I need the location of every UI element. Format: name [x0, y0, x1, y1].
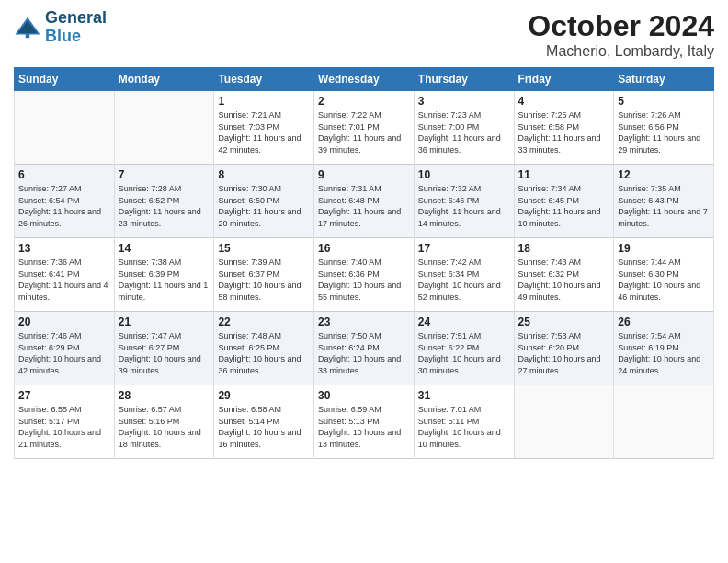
day-number: 18 — [518, 242, 610, 255]
day-number: 12 — [618, 168, 710, 181]
title-block: October 2024 Macherio, Lombardy, Italy — [528, 9, 714, 60]
day-number: 3 — [418, 95, 510, 108]
calendar-cell: 8 Sunrise: 7:30 AMSunset: 6:50 PMDayligh… — [214, 165, 314, 238]
day-detail: Sunrise: 6:55 AMSunset: 5:17 PMDaylight:… — [18, 405, 101, 449]
day-detail: Sunrise: 7:43 AMSunset: 6:32 PMDaylight:… — [518, 258, 601, 302]
calendar-week: 27 Sunrise: 6:55 AMSunset: 5:17 PMDaylig… — [15, 385, 714, 459]
header-day: Wednesday — [314, 68, 415, 91]
calendar-cell: 24 Sunrise: 7:51 AMSunset: 6:22 PMDaylig… — [414, 312, 514, 385]
day-number: 24 — [418, 316, 510, 328]
calendar-cell: 6 Sunrise: 7:27 AMSunset: 6:54 PMDayligh… — [15, 165, 115, 238]
calendar-cell: 1 Sunrise: 7:21 AMSunset: 7:03 PMDayligh… — [214, 91, 314, 165]
day-number: 28 — [119, 389, 210, 402]
calendar-week: 13 Sunrise: 7:36 AMSunset: 6:41 PMDaylig… — [15, 238, 714, 312]
day-detail: Sunrise: 7:21 AMSunset: 7:03 PMDaylight:… — [218, 110, 301, 155]
calendar-cell: 22 Sunrise: 7:48 AMSunset: 6:25 PMDaylig… — [214, 312, 314, 385]
day-number: 5 — [618, 95, 710, 108]
day-number: 8 — [218, 168, 310, 181]
day-detail: Sunrise: 7:26 AMSunset: 6:56 PMDaylight:… — [618, 110, 700, 155]
day-detail: Sunrise: 7:31 AMSunset: 6:48 PMDaylight:… — [318, 184, 401, 228]
day-detail: Sunrise: 6:58 AMSunset: 5:14 PMDaylight:… — [218, 405, 301, 449]
day-detail: Sunrise: 6:57 AMSunset: 5:16 PMDaylight:… — [119, 405, 201, 449]
calendar-cell: 9 Sunrise: 7:31 AMSunset: 6:48 PMDayligh… — [314, 165, 415, 238]
day-detail: Sunrise: 7:32 AMSunset: 6:46 PMDaylight:… — [418, 184, 501, 228]
day-detail: Sunrise: 7:22 AMSunset: 7:01 PMDaylight:… — [318, 110, 401, 155]
day-detail: Sunrise: 7:30 AMSunset: 6:50 PMDaylight:… — [218, 184, 301, 228]
day-number: 15 — [218, 242, 310, 255]
calendar-cell: 31 Sunrise: 7:01 AMSunset: 5:11 PMDaylig… — [414, 385, 514, 459]
day-detail: Sunrise: 7:54 AMSunset: 6:19 PMDaylight:… — [618, 331, 700, 375]
day-detail: Sunrise: 7:38 AMSunset: 6:39 PMDaylight:… — [119, 258, 209, 302]
day-detail: Sunrise: 7:44 AMSunset: 6:30 PMDaylight:… — [618, 258, 700, 302]
day-number: 26 — [618, 316, 710, 328]
calendar-cell: 23 Sunrise: 7:50 AMSunset: 6:24 PMDaylig… — [314, 312, 415, 385]
header-day: Saturday — [614, 68, 714, 91]
calendar-cell: 7 Sunrise: 7:28 AMSunset: 6:52 PMDayligh… — [114, 165, 214, 238]
calendar-cell: 26 Sunrise: 7:54 AMSunset: 6:19 PMDaylig… — [614, 312, 714, 385]
day-detail: Sunrise: 7:51 AMSunset: 6:22 PMDaylight:… — [418, 331, 501, 375]
calendar-cell: 15 Sunrise: 7:39 AMSunset: 6:37 PMDaylig… — [214, 238, 314, 312]
day-detail: Sunrise: 7:25 AMSunset: 6:58 PMDaylight:… — [518, 110, 601, 155]
month-title: October 2024 — [528, 9, 714, 43]
day-number: 11 — [518, 168, 610, 181]
calendar-table: SundayMondayTuesdayWednesdayThursdayFrid… — [14, 67, 714, 459]
logo-icon — [14, 14, 41, 41]
day-number: 25 — [518, 316, 610, 328]
day-number: 13 — [18, 242, 110, 255]
logo-line1: General — [45, 9, 107, 28]
calendar-cell: 3 Sunrise: 7:23 AMSunset: 7:00 PMDayligh… — [414, 91, 514, 165]
day-detail: Sunrise: 7:50 AMSunset: 6:24 PMDaylight:… — [318, 331, 401, 375]
day-detail: Sunrise: 7:40 AMSunset: 6:36 PMDaylight:… — [318, 258, 401, 302]
day-detail: Sunrise: 6:59 AMSunset: 5:13 PMDaylight:… — [318, 405, 401, 449]
calendar-cell: 14 Sunrise: 7:38 AMSunset: 6:39 PMDaylig… — [114, 238, 214, 312]
header-day: Friday — [514, 68, 614, 91]
day-detail: Sunrise: 7:36 AMSunset: 6:41 PMDaylight:… — [18, 258, 108, 302]
day-detail: Sunrise: 7:27 AMSunset: 6:54 PMDaylight:… — [18, 184, 101, 228]
day-number: 14 — [119, 242, 210, 255]
calendar-cell: 29 Sunrise: 6:58 AMSunset: 5:14 PMDaylig… — [214, 385, 314, 459]
day-number: 22 — [218, 316, 310, 328]
page: General Blue October 2024 Macherio, Lomb… — [0, 0, 728, 563]
day-number: 9 — [318, 168, 410, 181]
header-day: Sunday — [15, 68, 115, 91]
day-number: 4 — [518, 95, 610, 108]
day-number: 1 — [218, 95, 310, 108]
day-number: 31 — [418, 389, 510, 402]
logo: General Blue — [14, 9, 107, 46]
calendar-cell: 16 Sunrise: 7:40 AMSunset: 6:36 PMDaylig… — [314, 238, 415, 312]
calendar-cell: 4 Sunrise: 7:25 AMSunset: 6:58 PMDayligh… — [514, 91, 614, 165]
calendar-cell: 27 Sunrise: 6:55 AMSunset: 5:17 PMDaylig… — [15, 385, 115, 459]
day-number: 17 — [418, 242, 510, 255]
calendar-cell — [514, 385, 614, 459]
day-number: 2 — [318, 95, 410, 108]
day-detail: Sunrise: 7:28 AMSunset: 6:52 PMDaylight:… — [119, 184, 201, 228]
calendar-cell: 12 Sunrise: 7:35 AMSunset: 6:43 PMDaylig… — [614, 165, 714, 238]
svg-rect-2 — [26, 33, 30, 38]
calendar-cell: 19 Sunrise: 7:44 AMSunset: 6:30 PMDaylig… — [614, 238, 714, 312]
calendar-cell — [114, 91, 214, 165]
day-number: 23 — [318, 316, 410, 328]
calendar-cell: 17 Sunrise: 7:42 AMSunset: 6:34 PMDaylig… — [414, 238, 514, 312]
calendar-cell — [15, 91, 115, 165]
calendar-cell: 5 Sunrise: 7:26 AMSunset: 6:56 PMDayligh… — [614, 91, 714, 165]
logo-line2: Blue — [45, 28, 107, 46]
day-number: 29 — [218, 389, 310, 402]
day-number: 19 — [618, 242, 710, 255]
header-day: Tuesday — [214, 68, 314, 91]
day-detail: Sunrise: 7:46 AMSunset: 6:29 PMDaylight:… — [18, 331, 101, 375]
day-number: 7 — [119, 168, 210, 181]
calendar-cell: 18 Sunrise: 7:43 AMSunset: 6:32 PMDaylig… — [514, 238, 614, 312]
day-detail: Sunrise: 7:47 AMSunset: 6:27 PMDaylight:… — [119, 331, 201, 375]
calendar-cell: 11 Sunrise: 7:34 AMSunset: 6:45 PMDaylig… — [514, 165, 614, 238]
calendar-cell: 2 Sunrise: 7:22 AMSunset: 7:01 PMDayligh… — [314, 91, 415, 165]
day-detail: Sunrise: 7:34 AMSunset: 6:45 PMDaylight:… — [518, 184, 601, 228]
calendar-cell: 25 Sunrise: 7:53 AMSunset: 6:20 PMDaylig… — [514, 312, 614, 385]
day-detail: Sunrise: 7:42 AMSunset: 6:34 PMDaylight:… — [418, 258, 501, 302]
calendar-cell — [614, 385, 714, 459]
logo-text: General Blue — [45, 9, 107, 46]
calendar-cell: 28 Sunrise: 6:57 AMSunset: 5:16 PMDaylig… — [114, 385, 214, 459]
day-number: 16 — [318, 242, 410, 255]
day-number: 6 — [18, 168, 110, 181]
calendar-week: 1 Sunrise: 7:21 AMSunset: 7:03 PMDayligh… — [15, 91, 714, 165]
day-detail: Sunrise: 7:39 AMSunset: 6:37 PMDaylight:… — [218, 258, 301, 302]
